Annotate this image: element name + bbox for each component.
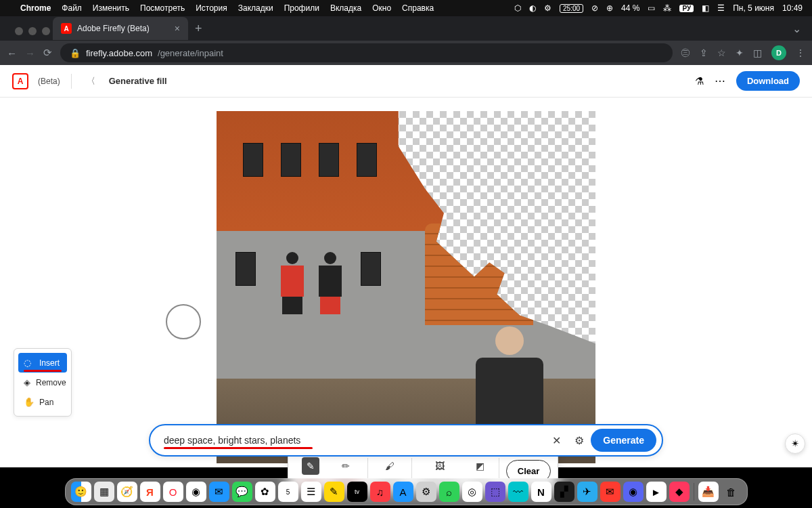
menubar-item[interactable]: Закладки [238,3,273,13]
beta-label: (Beta) [38,77,60,86]
nav-reload-button[interactable]: ⟳ [43,47,52,59]
dock-calendar-icon[interactable]: 5 [278,482,298,502]
menubar-app-name[interactable]: Chrome [20,3,51,13]
generate-button[interactable]: Generate [591,429,656,452]
tool-label: Pan [39,398,53,407]
beaker-icon[interactable]: ⚗ [695,75,704,87]
menubar-item[interactable]: Справка [402,3,434,13]
bookmark-icon[interactable]: ☆ [717,47,726,58]
dock-separator [694,483,694,501]
dock-app-icon[interactable]: ► [646,482,667,502]
battery-percent[interactable]: 44 % [621,3,639,13]
firefly-app: A (Beta) 〈 Generative fill ⚗ ⋯ Download [0,65,812,467]
clear-prompt-button[interactable]: ✕ [545,434,568,447]
menubar-item[interactable]: Файл [62,3,82,13]
kebab-menu-icon[interactable]: ⋮ [796,47,805,58]
menubar-tray-icon[interactable]: ⁂ [663,3,671,13]
window-close-button[interactable] [15,27,23,35]
dock-launchpad-icon[interactable]: ▦ [94,482,114,502]
menubar-tray-icon[interactable]: ◐ [529,3,536,13]
dock-photos-icon[interactable]: ✿ [255,482,275,502]
nav-back-button[interactable]: ← [7,47,17,59]
breadcrumb-back-button[interactable]: 〈 [83,75,99,87]
extensions-icon[interactable]: ✦ [736,47,744,58]
dock-discord-icon[interactable]: ◉ [623,482,644,502]
wifi-icon[interactable]: ⊕ [606,3,613,13]
browser-chrome: A Adobe Firefly (Beta) × + ⌄ ← → ⟳ 🔒 fir… [0,16,812,65]
dock-finder-icon[interactable]: 🙂 [71,482,91,502]
invert-icon: ◩ [472,457,489,475]
control-center-icon[interactable]: ☰ [717,3,725,13]
battery-timer[interactable]: 25:00 [560,4,583,13]
menubar-item[interactable]: Изменить [93,3,129,13]
new-tab-button[interactable]: + [188,22,209,36]
editor-canvas[interactable] [217,111,595,463]
profile-avatar[interactable]: D [771,45,786,60]
dock-reminders-icon[interactable]: ☰ [301,482,321,502]
chatgpt-fab-icon[interactable]: ✴ [785,433,805,454]
firefly-logo-icon[interactable]: A [12,73,28,89]
dock-notion-icon[interactable]: N [531,482,551,502]
dock-music-icon[interactable]: ♫ [370,482,390,502]
tool-remove[interactable]: ◈ Remove [18,373,67,392]
tab-close-button[interactable]: × [175,23,180,34]
menubar-tray-icon[interactable]: ⬡ [514,3,521,13]
lock-icon: 🔒 [70,48,81,58]
menubar-item[interactable]: Профили [284,3,319,13]
breadcrumb-title: Generative fill [109,76,167,86]
dock-messages-icon[interactable]: 💬 [232,482,252,502]
dock-appletv-icon[interactable]: tv [347,482,367,502]
window-minimize-button[interactable] [28,27,37,35]
dock-downloads-icon[interactable]: 📥 [698,482,719,502]
url-domain: firefly.adobe.com [86,48,152,58]
menubar-item[interactable]: Вкладка [330,3,361,13]
app-header: A (Beta) 〈 Generative fill ⚗ ⋯ Download [0,65,812,98]
brush-add-icon: ✎ [302,457,319,475]
prompt-input[interactable] [164,435,545,446]
more-menu-icon[interactable]: ⋯ [715,75,725,87]
battery-icon[interactable]: ▭ [648,3,655,13]
brush-settings-icon: 🖌 [381,457,399,475]
translate-icon[interactable]: ㊂ [681,47,690,59]
dock-app-icon[interactable]: ⌕ [439,482,459,502]
dock-safari-icon[interactable]: 🧭 [117,482,137,502]
nav-forward-button[interactable]: → [25,47,35,59]
dock-telegram-icon[interactable]: ✈ [577,482,597,502]
browser-tab[interactable]: A Adobe Firefly (Beta) × [53,17,188,40]
download-button[interactable]: Download [736,71,800,91]
menubar-tray-icon[interactable]: ◧ [702,3,709,13]
dock-chrome-icon[interactable]: ◉ [186,482,206,502]
dock-mail-icon[interactable]: ✉ [209,482,229,502]
dock-app-icon[interactable]: ◆ [669,482,690,502]
menubar-item[interactable]: История [196,3,227,13]
dock-trash-icon[interactable]: 🗑 [721,482,742,502]
menubar-item[interactable]: Посмотреть [140,3,185,13]
annotation-underline [24,370,62,372]
macos-menubar: Chrome Файл Изменить Посмотреть История … [0,0,812,16]
dock-opera-icon[interactable]: O [163,482,183,502]
hand-icon: ✋ [24,397,34,407]
share-icon[interactable]: ⇪ [700,47,708,58]
prompt-settings-icon[interactable]: ⚙ [568,434,591,447]
dock-notes-icon[interactable]: ✎ [324,482,344,502]
dock-appstore-icon[interactable]: A [393,482,413,502]
dock-yandex-icon[interactable]: Я [140,482,160,502]
menubar-date[interactable]: Пн, 5 июня [733,3,774,13]
input-language[interactable]: РУ [679,5,694,12]
menubar-tray-icon[interactable]: ⚙ [544,3,551,13]
tabs-dropdown-button[interactable]: ⌄ [792,22,807,35]
dock-app-icon[interactable]: ◎ [462,482,482,502]
dock-settings-icon[interactable]: ⚙ [416,482,436,502]
menubar-time[interactable]: 10:49 [782,3,803,13]
address-bar[interactable]: 🔒 firefly.adobe.com/generate/inpaint [60,43,673,62]
tool-pan[interactable]: ✋ Pan [18,392,67,412]
dock-app-icon[interactable]: 〰 [508,482,528,502]
dock-figma-icon[interactable]: ▞ [554,482,574,502]
tool-insert[interactable]: ◌ Insert [18,353,67,373]
dock-app-icon[interactable]: ✉ [600,482,621,502]
menubar-item[interactable]: Окно [372,3,391,13]
menubar-tray-icon[interactable]: ⊘ [591,3,598,13]
dock-app-icon[interactable]: ⬚ [485,482,505,502]
window-maximize-button[interactable] [42,27,50,35]
side-panel-icon[interactable]: ◫ [753,47,762,58]
